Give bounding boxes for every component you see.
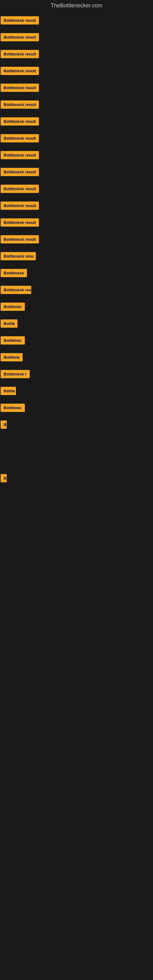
- bottleneck-badge-11[interactable]: Bottleneck result: [1, 185, 39, 193]
- bottleneck-badge-7[interactable]: Bottleneck result: [1, 117, 39, 126]
- bottleneck-row-9: Bottleneck result: [0, 147, 153, 164]
- bottleneck-row-10: Bottleneck result: [0, 164, 153, 181]
- bottleneck-badge-21[interactable]: Bottlene: [1, 353, 22, 361]
- bottleneck-row-3: Bottleneck result: [0, 46, 153, 63]
- bottleneck-row-16: Bottleneck: [0, 265, 153, 282]
- bottleneck-row-18: Bottlenec: [0, 299, 153, 316]
- bottleneck-row-12: Bottleneck result: [0, 198, 153, 215]
- bottleneck-row-4: Bottleneck result: [0, 63, 153, 80]
- bottleneck-row-22: Bottleneck r: [0, 366, 153, 383]
- bottleneck-row-1: Bottleneck result: [0, 13, 153, 29]
- bottleneck-row-2: Bottleneck result: [0, 29, 153, 46]
- bottleneck-badge-15[interactable]: Bottleneck resu: [1, 252, 36, 260]
- bottleneck-badge-18[interactable]: Bottlenec: [1, 302, 25, 311]
- gap-spacer-1: [0, 434, 153, 470]
- bottleneck-row-24: Bottlenec: [0, 400, 153, 417]
- bottleneck-badge-2[interactable]: Bottleneck result: [1, 33, 39, 41]
- bottleneck-badge-16[interactable]: Bottleneck: [1, 269, 27, 277]
- bottleneck-row-7: Bottleneck result: [0, 114, 153, 130]
- bottleneck-row-5: Bottleneck result: [0, 80, 153, 97]
- bottleneck-badge-1[interactable]: Bottleneck result: [1, 16, 39, 24]
- bottleneck-badge-6[interactable]: Bottleneck result: [1, 100, 39, 109]
- site-title: TheBottlenecker.com: [0, 0, 153, 13]
- bottleneck-badge-9[interactable]: Bottleneck result: [1, 151, 39, 159]
- bottleneck-row-13: Bottleneck result: [0, 215, 153, 232]
- bottleneck-row-17: Bottleneck res: [0, 282, 153, 299]
- bottleneck-badge-14[interactable]: Bottleneck result: [1, 235, 39, 243]
- bottleneck-badge-3[interactable]: Bottleneck result: [1, 50, 39, 58]
- bottleneck-badge-12[interactable]: Bottleneck result: [1, 202, 39, 210]
- bottleneck-badge-4[interactable]: Bottleneck result: [1, 67, 39, 75]
- bottleneck-badge-20[interactable]: Bottlenec: [1, 336, 25, 345]
- bottleneck-row-b: B: [0, 470, 153, 487]
- bottleneck-row-8: Bottleneck result: [0, 130, 153, 147]
- bottleneck-row-21: Bottlene: [0, 350, 153, 366]
- bottleneck-row-15: Bottleneck resu: [0, 248, 153, 265]
- bottleneck-badge-8[interactable]: Bottleneck result: [1, 134, 39, 142]
- bottleneck-badge-b[interactable]: B: [1, 474, 7, 482]
- bottleneck-badge-10[interactable]: Bottleneck result: [1, 168, 39, 176]
- bottleneck-row-25: B: [0, 417, 153, 434]
- bottleneck-badge-25[interactable]: B: [1, 420, 7, 429]
- bottleneck-row-14: Bottleneck result: [0, 232, 153, 248]
- bottleneck-row-6: Bottleneck result: [0, 97, 153, 114]
- bottleneck-badge-19[interactable]: Bottle: [1, 320, 18, 328]
- bottleneck-badge-17[interactable]: Bottleneck res: [1, 286, 31, 294]
- bottleneck-badge-22[interactable]: Bottleneck r: [1, 370, 30, 378]
- gap-spacer-2: [0, 487, 153, 524]
- bottleneck-badge-13[interactable]: Bottleneck result: [1, 218, 39, 227]
- bottleneck-badge-24[interactable]: Bottlenec: [1, 404, 25, 412]
- bottleneck-badge-23[interactable]: Bottle: [1, 387, 16, 395]
- bottleneck-row-19: Bottle: [0, 316, 153, 332]
- bottleneck-row-20: Bottlenec: [0, 332, 153, 350]
- bottleneck-badge-5[interactable]: Bottleneck result: [1, 84, 39, 92]
- bottleneck-row-23: Bottle: [0, 383, 153, 400]
- bottleneck-row-11: Bottleneck result: [0, 181, 153, 198]
